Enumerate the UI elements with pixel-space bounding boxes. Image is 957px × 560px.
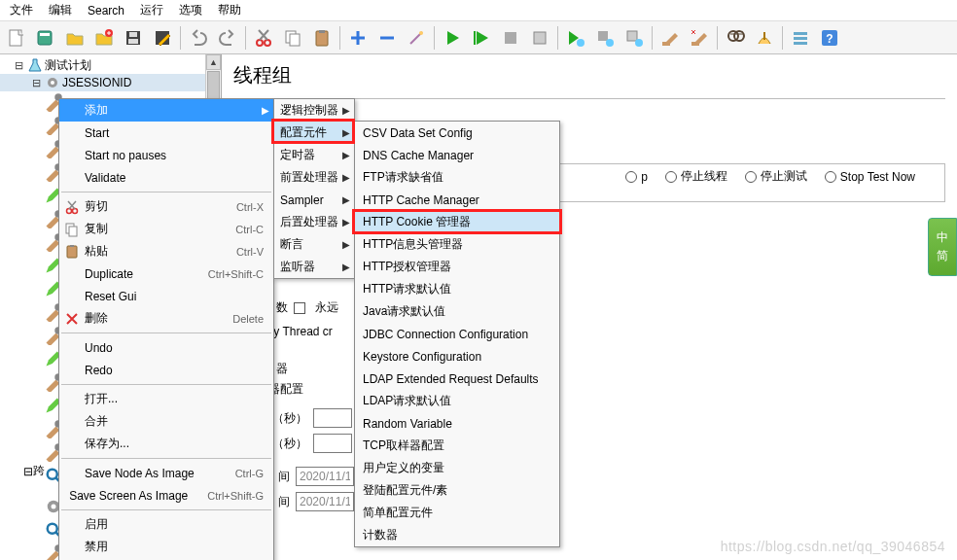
ctx-item[interactable]: 启用 bbox=[59, 513, 273, 536]
ctx-label: HTTP授权管理器 bbox=[355, 259, 549, 275]
tb-open[interactable] bbox=[61, 24, 89, 52]
tb-save[interactable] bbox=[120, 24, 147, 52]
ctx-config-item[interactable]: LDAP请求默认值 bbox=[355, 390, 559, 412]
ctx-item[interactable]: 删除Delete bbox=[59, 307, 273, 330]
menu-file[interactable]: 文件 bbox=[2, 0, 41, 20]
menu-search[interactable]: Search bbox=[80, 2, 132, 19]
tb-clear-all[interactable] bbox=[686, 24, 713, 52]
duration-input[interactable] bbox=[313, 408, 352, 428]
tb-start-no-pause[interactable] bbox=[468, 24, 495, 52]
tb-close[interactable] bbox=[90, 24, 118, 52]
ctx-item[interactable]: 粘贴Ctrl-V bbox=[59, 240, 273, 262]
tb-reset-search[interactable] bbox=[751, 24, 778, 52]
ctx-config-item[interactable]: HTTP请求默认值 bbox=[355, 278, 559, 300]
tree-expand-icon[interactable]: ⊟ bbox=[12, 59, 25, 72]
menu-options[interactable]: 选项 bbox=[171, 0, 210, 20]
ctx-item[interactable]: Reset Gui bbox=[59, 285, 273, 307]
start-time-input[interactable] bbox=[296, 467, 354, 486]
ctx-config-item[interactable]: DNS Cache Manager bbox=[355, 144, 559, 166]
ctx-config-item[interactable]: HTTP信息头管理器 bbox=[355, 233, 559, 256]
menu-help[interactable]: 帮助 bbox=[210, 0, 249, 20]
ctx-category-item[interactable]: Sampler▶ bbox=[274, 189, 354, 211]
tb-toggle[interactable] bbox=[787, 24, 814, 52]
context-menu-categories[interactable]: 逻辑控制器▶配置元件▶定时器▶前置处理器▶Sampler▶后置处理器▶断言▶监听… bbox=[273, 98, 355, 279]
tb-undo[interactable] bbox=[185, 24, 212, 52]
ctx-config-item[interactable]: Keystore Configuration bbox=[355, 345, 559, 368]
tb-remote-start[interactable] bbox=[562, 24, 589, 52]
tb-wand[interactable] bbox=[403, 24, 430, 52]
radio-stop-test[interactable]: 停止测试 bbox=[745, 168, 807, 185]
ctx-config-item[interactable]: JDBC Connection Configuration bbox=[355, 323, 559, 345]
ctx-category-item[interactable]: 逻辑控制器▶ bbox=[274, 99, 354, 122]
context-menu-main[interactable]: 添加 ▶ StartStart no pausesValidate剪切Ctrl-… bbox=[58, 98, 274, 560]
tree-row-plan[interactable]: ⊟ 测试计划 bbox=[0, 56, 221, 74]
tb-start[interactable] bbox=[439, 24, 466, 52]
ctx-config-item[interactable]: 简单配置元件 bbox=[355, 502, 559, 524]
ctx-item[interactable]: 保存为... bbox=[59, 433, 273, 455]
radio-stop-thread[interactable]: 停止线程 bbox=[665, 168, 727, 185]
tb-shutdown[interactable] bbox=[526, 24, 553, 52]
tb-redo[interactable] bbox=[214, 24, 241, 52]
ctx-category-item[interactable]: 前置处理器▶ bbox=[274, 166, 354, 189]
tb-add[interactable] bbox=[344, 24, 372, 52]
tree-row-cross[interactable]: ⊟ 跨 bbox=[23, 463, 45, 479]
tree-row-jsessionid[interactable]: ⊟ JSESSIONID bbox=[0, 74, 221, 91]
ctx-category-item[interactable]: 后置处理器▶ bbox=[274, 211, 354, 233]
tb-copy[interactable] bbox=[279, 24, 306, 52]
ctx-config-item[interactable]: 计数器 bbox=[355, 524, 559, 546]
tb-cut[interactable] bbox=[250, 24, 277, 52]
tb-remote-stop[interactable] bbox=[591, 24, 619, 52]
tb-stop[interactable] bbox=[497, 24, 524, 52]
ctx-config-item[interactable]: LDAP Extended Request Defaults bbox=[355, 368, 559, 390]
ctx-item[interactable]: Save Node As ImageCtrl-G bbox=[59, 462, 273, 484]
ctx-config-item[interactable]: 登陆配置元件/素 bbox=[355, 479, 559, 502]
ctx-category-item[interactable]: 配置元件▶ bbox=[274, 122, 354, 144]
ctx-item[interactable]: Start no pauses bbox=[59, 144, 273, 166]
ctx-item[interactable]: 合并 bbox=[59, 410, 273, 433]
tree-expand-icon[interactable]: ⊟ bbox=[29, 77, 43, 89]
ctx-item[interactable]: 禁用 bbox=[59, 536, 273, 558]
tb-templates[interactable] bbox=[32, 24, 59, 52]
tb-remove[interactable] bbox=[373, 24, 401, 52]
scroll-up-icon[interactable]: ▲ bbox=[206, 54, 221, 70]
ctx-config-item[interactable]: CSV Data Set Config bbox=[355, 122, 559, 144]
ctx-item[interactable]: Redo bbox=[59, 359, 273, 381]
side-tab[interactable]: 中 简 bbox=[928, 218, 957, 276]
ctx-item[interactable]: Undo bbox=[59, 336, 273, 359]
radio-continue[interactable]: p bbox=[625, 170, 648, 184]
tb-new[interactable] bbox=[3, 24, 30, 52]
radio-stop-now[interactable]: Stop Test Now bbox=[825, 170, 915, 184]
end-time-input[interactable] bbox=[296, 492, 354, 511]
ctx-item[interactable]: DuplicateCtrl+Shift-C bbox=[59, 262, 273, 285]
ctx-config-item[interactable]: Random Variable bbox=[355, 412, 559, 435]
ctx-item[interactable]: 打开... bbox=[59, 388, 273, 410]
ctx-category-item[interactable]: 监听器▶ bbox=[274, 256, 354, 278]
ctx-item[interactable]: Start bbox=[59, 122, 273, 144]
ctx-config-item[interactable]: HTTP Cache Manager bbox=[355, 189, 559, 211]
startup-input[interactable] bbox=[313, 434, 352, 453]
ctx-item[interactable]: 复制Ctrl-C bbox=[59, 218, 273, 240]
tb-search[interactable] bbox=[722, 24, 749, 52]
ctx-config-item[interactable]: 用户定义的变量 bbox=[355, 457, 559, 479]
tb-paste[interactable] bbox=[308, 24, 336, 52]
menu-edit[interactable]: 编辑 bbox=[41, 0, 80, 20]
ctx-item[interactable]: 剪切Ctrl-X bbox=[59, 195, 273, 218]
context-menu-config[interactable]: CSV Data Set ConfigDNS Cache ManagerFTP请… bbox=[354, 121, 560, 547]
ctx-category-item[interactable]: 定时器▶ bbox=[274, 144, 354, 166]
ctx-config-item[interactable]: FTP请求缺省值 bbox=[355, 166, 559, 189]
ctx-item[interactable]: Save Screen As ImageCtrl+Shift-G bbox=[59, 484, 273, 507]
menu-run[interactable]: 运行 bbox=[132, 0, 171, 20]
ctx-config-item[interactable]: HTTP Cookie 管理器 bbox=[355, 211, 559, 233]
forever-checkbox[interactable] bbox=[294, 302, 305, 314]
tb-clear[interactable] bbox=[656, 24, 684, 52]
ctx-config-item[interactable]: Java请求默认值 bbox=[355, 300, 559, 323]
ctx-add[interactable]: 添加 ▶ bbox=[59, 99, 273, 122]
ctx-item[interactable]: Validate bbox=[59, 166, 273, 189]
tree-expand-icon[interactable]: ⊟ bbox=[23, 465, 33, 478]
ctx-config-item[interactable]: HTTP授权管理器 bbox=[355, 256, 559, 278]
tb-save-as[interactable] bbox=[149, 24, 176, 52]
ctx-category-item[interactable]: 断言▶ bbox=[274, 233, 354, 256]
tb-remote-shutdown[interactable] bbox=[620, 24, 648, 52]
tb-help[interactable]: ? bbox=[816, 24, 843, 52]
ctx-config-item[interactable]: TCP取样器配置 bbox=[355, 435, 559, 457]
